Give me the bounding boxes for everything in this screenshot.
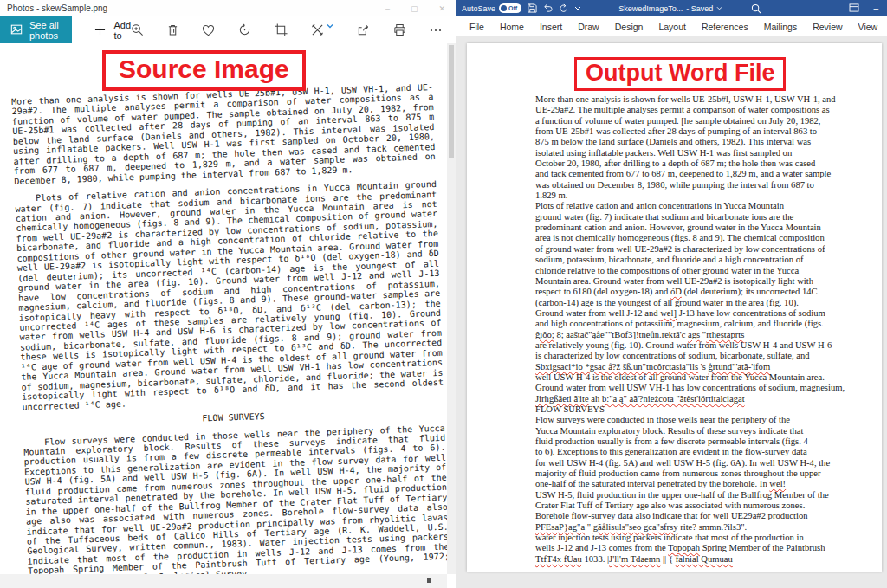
search-icon[interactable]	[751, 3, 761, 14]
share-icon[interactable]	[357, 23, 370, 36]
close-icon[interactable]: ✕	[438, 4, 445, 13]
tab-layout[interactable]: Layout	[651, 18, 694, 36]
tab-design[interactable]: Design	[607, 18, 651, 36]
misspelled-word: Jirhgßäeti ã'ite	[535, 394, 589, 404]
misspelled-word: ĝıôo;	[535, 330, 554, 339]
see-all-photos-button[interactable]: See all photos	[0, 16, 72, 43]
minimize-icon[interactable]: –	[385, 4, 390, 13]
print-icon[interactable]	[393, 23, 406, 36]
photos-window-title: Photos - skewSample.png	[7, 3, 107, 13]
doc-line: of ground water from well UE-29a#2 is ch…	[535, 244, 884, 255]
title-chevron-icon	[716, 6, 722, 10]
undo-icon[interactable]	[543, 3, 553, 13]
doc-line: More than one analysis is shown for well…	[535, 94, 884, 105]
tab-references[interactable]: References	[694, 18, 756, 36]
photos-titlebar: Photos - skewSample.png – ▢ ✕	[0, 0, 456, 16]
delete-icon[interactable]	[167, 23, 178, 36]
doc-line: Mountain area. Ground water from well UE…	[535, 276, 884, 287]
misspelled-word: Sbxigsaci*io *gsac å?ž šß.un"tncôrctasia…	[535, 362, 698, 372]
misspelled-word: J'll'm Tdaemn	[609, 554, 660, 564]
misspelled-word: wel]	[660, 308, 677, 318]
tab-home[interactable]: Home	[492, 18, 532, 36]
misspelled-word: rthestaprts	[706, 330, 744, 339]
paragraph-2: Plots of relative cation and anion conce…	[15, 179, 444, 412]
redo-icon[interactable]	[559, 3, 568, 13]
add-to-button[interactable]: Add to	[94, 20, 131, 41]
doc-line: well USW H-4 is the oldest of all ground…	[535, 372, 884, 383]
doc-line: was obtained on December 8, 1980, while …	[535, 180, 884, 191]
photos-bottom-strip	[0, 574, 447, 588]
doc-line: majority of fluid production came from n…	[535, 468, 884, 479]
doc-line: 875 m below the land surface (Daniels an…	[535, 137, 884, 147]
tab-view[interactable]: View	[851, 18, 886, 36]
doc-line: area is not chemically homogeneous (figs…	[535, 233, 884, 243]
ribbon-tabs: FileHomeInsertDrawDesignLayoutReferences…	[456, 16, 887, 36]
maximize-icon[interactable]: ▢	[411, 4, 418, 13]
source-image-label: Source Image	[119, 55, 289, 83]
doc-line: respect to 6180 (del oxygen-18) and óD (…	[535, 287, 884, 297]
doc-line: isolated using inflatable packers. Well …	[535, 148, 884, 158]
misspelled-word: PFEsaP}ag"a	[535, 522, 585, 532]
doc-line: Jirhgßäeti ã'ite ah b:"a ą" aã'?nieżcota…	[535, 394, 884, 404]
save-icon[interactable]	[528, 3, 537, 13]
doc-line: PFEsaP}ag"a " gãålisuls"seo gca"sfrsy ri…	[535, 522, 884, 533]
doc-line: predominant cation and anion. However, g…	[535, 223, 884, 233]
tab-mailings[interactable]: Mailings	[756, 18, 806, 36]
doc-line: Borehole flow-survey data also indicate …	[535, 511, 884, 521]
quick-access-chevron-icon[interactable]	[574, 6, 581, 10]
doc-line: water injection tests using packers indi…	[535, 533, 884, 543]
zoom-in-icon[interactable]	[131, 23, 144, 36]
autosave-toggle[interactable]: Off	[499, 3, 521, 13]
word-doc-text[interactable]: More than one analysis is shown for well…	[535, 94, 884, 565]
doc-line: one-half of the saturated interval penet…	[535, 479, 884, 489]
doc-line: Plots of relative cation and anion conce…	[535, 201, 884, 211]
source-image-label-box: Source Image	[102, 50, 306, 91]
doc-line: Sbxigsaci*io *gsac å?ž šß.un"tncôrctasia…	[535, 362, 884, 372]
word-minimize-icon[interactable]: –	[873, 3, 878, 13]
tab-insert[interactable]: Insert	[532, 18, 570, 36]
doc-line: are relatively young (fig. 10). Ground w…	[535, 340, 884, 351]
edit-create-button[interactable]	[311, 23, 333, 36]
doc-line: sodium, potassium, bicarbonate, and fluo…	[535, 255, 884, 265]
word-window: AutoSave Off SkewedImageTo... -	[456, 0, 887, 588]
tab-draw[interactable]: Draw	[570, 18, 607, 36]
see-more-icon[interactable]	[430, 29, 442, 32]
output-word-file-label-box: Output Word File	[574, 57, 786, 91]
doc-line: Flow surveys were conducted in those wel…	[535, 415, 884, 425]
autosave-label: AutoSave	[462, 4, 495, 13]
rotate-icon[interactable]	[238, 23, 251, 36]
word-document-area: Output Word File More than one analysis …	[456, 36, 887, 588]
doc-line: TtfT4x fUau 1033. |J'll'm Tdaemn || { fa…	[535, 554, 884, 565]
misspelled-word: Topopah	[668, 543, 700, 552]
misspelled-word: gãålisuls"seo gca"sfrsy	[593, 522, 678, 532]
document-title[interactable]: SkewedImageTo... - Saved	[618, 4, 722, 13]
word-page[interactable]: Output Word File More than one analysis …	[467, 43, 882, 572]
favorite-icon[interactable]	[202, 24, 215, 36]
tab-review[interactable]: Review	[805, 18, 850, 36]
doc-line: October 20, 1980, after drilling to a de…	[535, 158, 884, 169]
doc-line: FLOW SURVEYS	[535, 404, 884, 415]
doc-line: 1.829 m.	[535, 191, 884, 201]
photos-window-controls: – ▢ ✕	[385, 4, 456, 13]
doc-line: USW H-5, fluid production in the upper o…	[535, 490, 884, 501]
photo-viewer-canvas[interactable]: More than one analysis is shown for well…	[0, 43, 447, 574]
crop-icon[interactable]	[275, 23, 288, 36]
chevron-down-icon	[327, 23, 333, 29]
misspelled-word: óD	[670, 287, 682, 296]
doc-line: and high concentrations of potassium, ma…	[535, 319, 884, 329]
doc-line: Crater Flat Tuff of Tertiary age also wa…	[535, 501, 884, 511]
scroll-corner	[427, 578, 431, 583]
doc-line: UE-29a#2. The multiple analyses permit a…	[535, 105, 884, 115]
doc-line: for well USW H-4 (fig. 5A) and well USW …	[535, 458, 884, 468]
doc-line: is characterized by low concentrations o…	[535, 351, 884, 361]
autosave-control[interactable]: AutoSave Off	[462, 3, 521, 13]
photos-vertical-scrollbar[interactable]	[447, 43, 456, 574]
tab-file[interactable]: File	[462, 18, 492, 36]
scanned-text: More than one analysis is shown for well…	[11, 82, 447, 574]
ribbon-display-options-icon[interactable]	[849, 3, 859, 14]
doc-line: and tack cemented from 677 to 687 m, dee…	[535, 169, 884, 179]
photos-window: Photos - skewSample.png – ▢ ✕ See all ph…	[0, 0, 456, 588]
doc-line: Ground water from well J-12 and wel] J-1…	[535, 308, 884, 319]
doc-line: (carbon-14) age is the youngest of all g…	[535, 298, 884, 308]
word-window-controls: –	[849, 3, 882, 14]
